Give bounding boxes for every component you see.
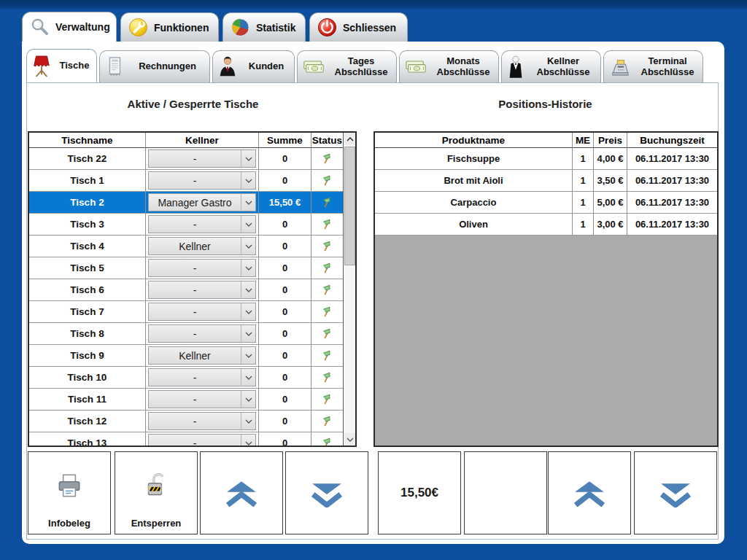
flag-icon: [321, 371, 333, 384]
tab-tages-abschluesse[interactable]: Tages Abschlüsse: [297, 50, 397, 82]
infobeleg-button[interactable]: Infobeleg: [28, 451, 111, 534]
empty-button[interactable]: [464, 451, 547, 534]
status-cell: [311, 367, 343, 389]
total-value: 15,50€: [379, 452, 460, 534]
kellner-select[interactable]: -: [148, 259, 256, 277]
table-row[interactable]: Tisch 1-0: [29, 170, 355, 192]
flag-icon: [321, 284, 333, 296]
chevron-down-icon: [241, 238, 255, 254]
table-row[interactable]: Tisch 6-0: [29, 279, 355, 301]
tab-verwaltung[interactable]: Verwaltung: [22, 12, 117, 42]
chevron-down-icon: [241, 172, 255, 189]
flag-icon: [321, 393, 333, 405]
kellner-select[interactable]: -: [148, 324, 256, 343]
table-row-selected[interactable]: Tisch 2Manager Gastro15,50 €: [29, 192, 355, 214]
tisch-name: Tisch 1: [29, 170, 146, 192]
scroll-thumb[interactable]: [344, 147, 355, 265]
kellner-select[interactable]: -: [148, 303, 256, 321]
waiter-icon: [506, 55, 525, 79]
receipt-icon: [104, 55, 125, 79]
scroll-positions-down-button[interactable]: [634, 451, 717, 534]
tab-label: Funktionen: [154, 22, 209, 34]
table-row[interactable]: Tisch 22-0: [29, 148, 355, 170]
kellner-select[interactable]: Kellner: [148, 346, 256, 365]
tab-statistik[interactable]: Statistik: [222, 12, 306, 42]
col-summe: Summe: [259, 133, 311, 148]
table-row[interactable]: Tisch 12-0: [29, 411, 355, 432]
tab-kunden[interactable]: Kunden: [212, 50, 295, 82]
tisch-name: Tisch 12: [29, 411, 146, 432]
preis: 5,00 €: [594, 192, 627, 214]
table-row[interactable]: Fischsuppe14,00 €06.11.2017 13:30: [375, 148, 717, 170]
table-row[interactable]: Brot mit Aioli13,50 €06.11.2017 13:30: [375, 170, 717, 192]
kellner-select[interactable]: -: [148, 390, 256, 408]
table-header: Produktname ME Preis Buchungszeit: [375, 133, 717, 148]
kellner-value: -: [149, 325, 241, 342]
positions-table: Produktname ME Preis Buchungszeit Fischs…: [374, 131, 719, 447]
table-row[interactable]: Oliven13,00 €06.11.2017 13:30: [375, 214, 717, 236]
status-cell: [311, 301, 343, 323]
summe-value: 0: [259, 367, 311, 389]
kellner-select[interactable]: -: [148, 215, 256, 233]
tab-funktionen[interactable]: Funktionen: [120, 12, 219, 42]
tab-monats-abschluesse[interactable]: Monats Abschlüsse: [399, 50, 499, 82]
tab-terminal-abschluesse[interactable]: Terminal Abschlüsse: [603, 50, 703, 82]
tab-label: Rechnungen: [130, 61, 205, 72]
table-row[interactable]: Tisch 8-0: [29, 323, 355, 345]
table-row[interactable]: Tisch 5-0: [29, 257, 355, 279]
tisch-name: Tisch 3: [29, 214, 146, 236]
kellner-select[interactable]: -: [148, 368, 256, 386]
kellner-select[interactable]: -: [148, 281, 256, 299]
tisch-name: Tisch 13: [29, 432, 146, 447]
kellner-value: -: [149, 150, 241, 167]
kellner-select[interactable]: -: [148, 412, 256, 430]
col-produktname: Produktname: [375, 133, 573, 148]
scroll-down-button[interactable]: [344, 433, 355, 446]
chevron-down-icon: [241, 150, 255, 167]
scrollbar[interactable]: [343, 133, 355, 446]
produkt-name: Brot mit Aioli: [375, 170, 573, 192]
table-row[interactable]: Tisch 7-0: [29, 301, 355, 323]
kellner-select[interactable]: -: [148, 434, 256, 447]
summe-value: 0: [259, 323, 311, 345]
chevron-down-icon: [241, 260, 255, 276]
status-cell: [311, 214, 343, 236]
scroll-up-button[interactable]: [344, 133, 355, 145]
kellner-select[interactable]: Manager Gastro: [148, 193, 256, 211]
chevron-down-icon: [635, 481, 716, 508]
menge: 1: [573, 148, 594, 170]
table-row[interactable]: Tisch 10-0: [29, 367, 355, 389]
col-tischname: Tischname: [29, 133, 146, 148]
buchungszeit: 06.11.2017 13:30: [627, 192, 717, 214]
table-row[interactable]: Tisch 11-0: [29, 389, 355, 411]
scroll-positions-up-button[interactable]: [548, 451, 631, 534]
cash-icon: [302, 57, 325, 77]
table-row[interactable]: Tisch 13-0: [29, 432, 355, 447]
terminal-icon: [608, 57, 632, 77]
printer-icon: [28, 471, 110, 502]
flag-icon: [321, 327, 333, 340]
summe-total-button[interactable]: 15,50€: [378, 451, 461, 534]
kellner-select[interactable]: -: [148, 171, 256, 190]
table-row[interactable]: Tisch 3-0: [29, 214, 355, 236]
table-row[interactable]: Carpaccio15,00 €06.11.2017 13:30: [375, 192, 717, 214]
scroll-tables-up-button[interactable]: [200, 451, 283, 534]
tab-kellner-abschluesse[interactable]: Kellner Abschlüsse: [501, 50, 601, 82]
col-buchungszeit: Buchungszeit: [627, 133, 717, 148]
summe-value: 0: [259, 411, 311, 432]
summe-value: 0: [259, 170, 311, 192]
tab-tische[interactable]: Tische: [26, 49, 97, 82]
table-row[interactable]: Tisch 9Kellner0: [29, 345, 355, 367]
tab-rechnungen[interactable]: Rechnungen: [99, 50, 210, 82]
tab-label: Tages Abschlüsse: [330, 56, 392, 78]
tab-schliessen[interactable]: Schliessen: [309, 12, 408, 42]
kellner-select[interactable]: -: [148, 149, 256, 168]
menge: 1: [573, 170, 594, 192]
status-cell: [311, 236, 343, 257]
kellner-select[interactable]: Kellner: [148, 237, 256, 255]
tisch-name: Tisch 22: [29, 148, 146, 170]
content-panel: Aktive / Gesperrte Tische Positions-Hist…: [26, 82, 719, 540]
table-row[interactable]: Tisch 4Kellner0: [29, 236, 355, 257]
scroll-tables-down-button[interactable]: [285, 451, 368, 534]
entsperren-button[interactable]: Entsperren: [115, 451, 198, 534]
